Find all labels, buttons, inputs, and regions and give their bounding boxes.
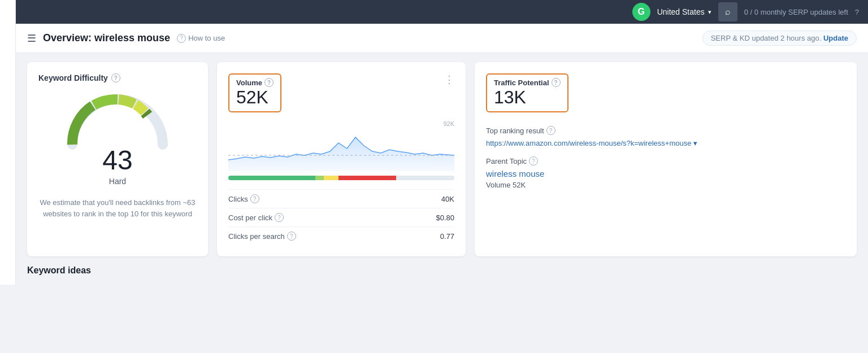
parent-topic-help-icon[interactable]: ?	[529, 156, 538, 165]
gauge-svg	[61, 88, 174, 150]
top-ranking-help-icon[interactable]: ?	[546, 126, 555, 135]
color-bar	[228, 176, 454, 180]
cps-row: Clicks per search ? 0.77	[228, 226, 454, 245]
chart-svg	[228, 120, 454, 171]
top-nav: wireless mouse G United States ▾ ⌕ 0 / 0…	[16, 0, 868, 24]
clicks-help-icon[interactable]: ?	[250, 194, 259, 203]
kd-estimate: We estimate that you'll need backlinks f…	[38, 197, 197, 219]
url-dropdown-icon: ▾	[693, 139, 697, 147]
volume-header: Volume ? 52K ⋮	[228, 73, 454, 115]
ranking-url[interactable]: https://www.amazon.com/wireless-mouse/s?…	[486, 138, 845, 149]
gauge-container: 43 Hard	[38, 88, 197, 186]
sidebar-strip	[0, 0, 16, 285]
help-icon[interactable]: ?	[855, 8, 859, 16]
cps-label: Clicks per search ?	[228, 232, 296, 241]
main-content: Keyword Difficulty ?	[16, 53, 868, 265]
volume-value: 52K	[236, 87, 274, 108]
sparkline-chart: 92K	[228, 120, 454, 171]
g-logo: G	[632, 3, 650, 21]
traffic-value: 13K	[494, 87, 561, 108]
parent-topic-label: Parent Topic ?	[486, 156, 845, 165]
search-icon: ⌕	[725, 7, 731, 17]
cpc-row: Cost per click ? $0.80	[228, 208, 454, 226]
how-to-use-label: How to use	[188, 34, 225, 42]
clicks-label: Clicks ?	[228, 194, 259, 203]
cpc-value: $0.80	[436, 213, 454, 222]
clicks-row: Clicks ? 40K	[228, 189, 454, 208]
keyword-difficulty-card: Keyword Difficulty ?	[27, 62, 208, 256]
clicks-value: 40K	[441, 195, 454, 203]
traffic-potential-card: Traffic Potential ? 13K Top ranking resu…	[475, 62, 857, 256]
page-title: Overview: wireless mouse	[43, 32, 170, 44]
volume-card: Volume ? 52K ⋮ 92K	[217, 62, 466, 256]
chevron-down-icon: ▾	[708, 8, 711, 16]
traffic-label: Traffic Potential ? 13K	[486, 73, 845, 121]
volume-label: Volume ? 52K	[228, 73, 281, 112]
parent-topic-link[interactable]: wireless mouse	[486, 169, 845, 178]
keyword-ideas-label: Keyword ideas	[27, 265, 91, 275]
top-ranking-label: Top ranking result ?	[486, 126, 845, 135]
traffic-box: Traffic Potential ? 13K	[486, 73, 568, 112]
search-button[interactable]: ⌕	[718, 2, 737, 21]
keyword-ideas-section: Keyword ideas	[16, 265, 868, 285]
cps-value: 0.77	[440, 232, 454, 241]
country-selector[interactable]: United States ▾	[657, 7, 711, 16]
serp-info: 0 / 0 monthly SERP updates left	[744, 8, 848, 16]
help-circle-icon: ?	[177, 34, 186, 43]
cpc-help-icon[interactable]: ?	[275, 213, 284, 222]
volume-sub: Volume 52K	[486, 181, 845, 189]
chart-max-label: 92K	[443, 120, 454, 127]
how-to-use-link[interactable]: ? How to use	[177, 34, 225, 43]
country-label: United States	[657, 7, 705, 16]
kd-rating: Hard	[109, 177, 126, 186]
update-link[interactable]: Update	[823, 34, 848, 42]
cpc-label: Cost per click ?	[228, 213, 284, 222]
kd-value: 43	[102, 145, 132, 176]
kd-help-icon[interactable]: ?	[111, 73, 120, 82]
kd-label: Keyword Difficulty ?	[38, 73, 197, 82]
subheader: ☰ Overview: wireless mouse ? How to use …	[16, 24, 868, 53]
volume-help-icon[interactable]: ?	[264, 78, 274, 87]
hamburger-icon[interactable]: ☰	[27, 32, 36, 45]
serp-status-text: SERP & KD updated 2 hours ago.	[711, 34, 822, 42]
cps-help-icon[interactable]: ?	[287, 232, 296, 241]
traffic-help-icon[interactable]: ?	[552, 78, 561, 87]
search-input[interactable]: wireless mouse	[25, 7, 626, 17]
three-dots-icon[interactable]: ⋮	[444, 73, 454, 86]
volume-box: Volume ? 52K	[228, 73, 281, 112]
serp-update-badge: SERP & KD updated 2 hours ago. Update	[702, 30, 857, 46]
